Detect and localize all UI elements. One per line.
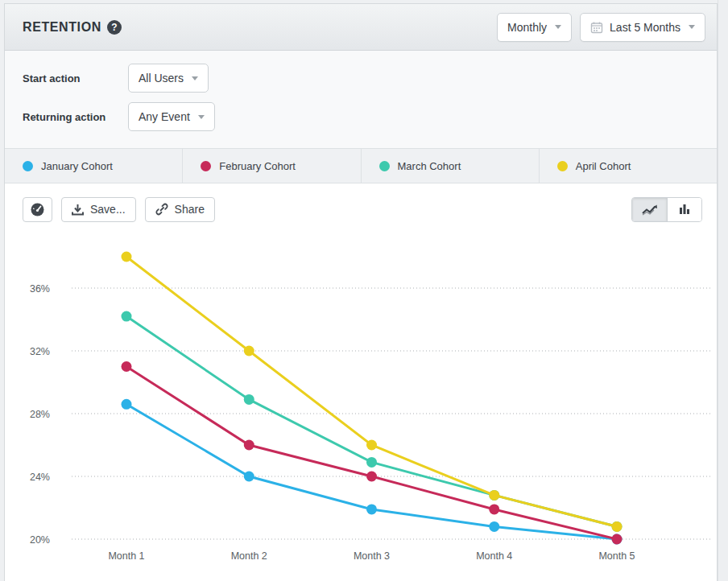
x-axis-tick: Month 5 — [598, 550, 635, 562]
data-point[interactable] — [612, 534, 623, 545]
add-to-dashboard-button[interactable] — [23, 197, 52, 222]
data-point[interactable] — [244, 440, 254, 451]
chart-type-toggle — [631, 197, 702, 222]
start-action-value: All Users — [139, 72, 184, 84]
returning-action-value: Any Event — [139, 110, 190, 123]
data-point[interactable] — [366, 504, 377, 514]
legend-color-dot — [201, 161, 211, 171]
y-axis-tick: 20% — [30, 534, 50, 546]
granularity-dropdown-value: Monthly — [507, 21, 547, 34]
returning-action-dropdown[interactable]: Any Event — [128, 102, 215, 131]
series-line-march-cohort — [126, 316, 617, 526]
legend-color-dot — [23, 161, 33, 171]
save-button-label: Save... — [90, 203, 126, 216]
y-axis-tick: 24% — [30, 472, 50, 483]
retention-line-chart: 20%24%28%32%36%Month 1Month 2Month 3Mont… — [5, 183, 717, 581]
series-line-april-cohort — [126, 257, 617, 526]
share-button-label: Share — [175, 203, 205, 216]
start-action-dropdown[interactable]: All Users — [128, 64, 209, 93]
line-chart-toggle[interactable] — [632, 198, 667, 221]
legend-label: April Cohort — [576, 160, 631, 172]
data-point[interactable] — [489, 504, 499, 514]
data-point[interactable] — [489, 521, 499, 532]
line-chart-icon — [641, 203, 659, 216]
x-axis-tick: Month 4 — [476, 550, 512, 562]
data-point[interactable] — [122, 399, 132, 410]
chevron-down-icon — [192, 76, 198, 80]
calendar-icon — [590, 21, 603, 34]
date-range-dropdown[interactable]: Last 5 Months — [580, 13, 705, 42]
data-point[interactable] — [122, 252, 132, 262]
bar-chart-icon — [678, 203, 691, 216]
filters-section: Start action All Users Returning action … — [5, 51, 717, 148]
data-point[interactable] — [244, 346, 254, 356]
x-axis-tick: Month 2 — [231, 550, 267, 562]
data-point[interactable] — [244, 472, 254, 482]
legend-item-february-cohort[interactable]: February Cohort — [183, 149, 361, 183]
legend-color-dot — [557, 161, 568, 171]
legend-label: March Cohort — [398, 160, 461, 172]
legend-item-march-cohort[interactable]: March Cohort — [362, 149, 540, 183]
legend-label: February Cohort — [219, 160, 296, 172]
chart-toolbar: Save... Share — [23, 196, 702, 222]
x-axis-tick: Month 1 — [108, 550, 144, 562]
data-point[interactable] — [489, 490, 499, 501]
cohort-legend: January CohortFebruary CohortMarch Cohor… — [5, 148, 717, 183]
gauge-icon — [30, 202, 45, 217]
data-point[interactable] — [612, 521, 623, 532]
chevron-down-icon — [198, 115, 205, 119]
download-icon — [72, 204, 84, 216]
chart-section: Save... Share — [5, 183, 717, 581]
save-button[interactable]: Save... — [61, 197, 136, 222]
legend-item-april-cohort[interactable]: April Cohort — [540, 149, 717, 183]
share-button[interactable]: Share — [145, 197, 215, 222]
legend-label: January Cohort — [41, 160, 113, 172]
granularity-dropdown[interactable]: Monthly — [497, 13, 572, 42]
data-point[interactable] — [122, 361, 132, 372]
chevron-down-icon — [689, 25, 695, 29]
data-point[interactable] — [366, 472, 377, 482]
returning-action-row: Returning action Any Event — [23, 102, 717, 131]
scrollbar-track[interactable] — [718, 0, 728, 581]
data-point[interactable] — [366, 440, 377, 451]
date-range-dropdown-value: Last 5 Months — [610, 21, 680, 34]
data-point[interactable] — [366, 457, 377, 468]
data-point[interactable] — [122, 311, 132, 322]
start-action-row: Start action All Users — [23, 64, 717, 93]
legend-item-january-cohort[interactable]: January Cohort — [5, 149, 183, 183]
start-action-label: Start action — [23, 72, 128, 84]
link-icon — [155, 203, 168, 216]
report-header: RETENTION ? Monthly Last 5 Months — [5, 4, 717, 51]
data-point[interactable] — [244, 394, 254, 405]
y-axis-tick: 36% — [30, 283, 50, 295]
help-icon[interactable]: ? — [107, 20, 122, 35]
returning-action-label: Returning action — [23, 111, 128, 123]
y-axis-tick: 32% — [30, 346, 50, 357]
chevron-down-icon — [555, 25, 561, 29]
bar-chart-toggle[interactable] — [667, 198, 701, 221]
legend-color-dot — [379, 161, 390, 171]
x-axis-tick: Month 3 — [354, 550, 390, 562]
y-axis-tick: 28% — [30, 409, 50, 420]
retention-panel: RETENTION ? Monthly Last 5 Months — [4, 3, 718, 581]
page-title: RETENTION — [23, 20, 101, 35]
